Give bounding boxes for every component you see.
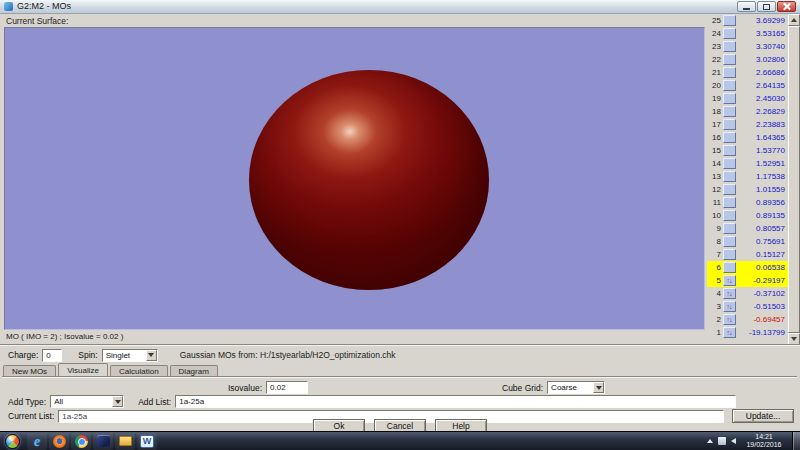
clock[interactable]: 14:21 19/02/2016	[741, 433, 787, 449]
mo-number: 12	[708, 185, 721, 194]
add-type-select[interactable]: All	[50, 395, 124, 408]
mo-row: 6 0.06538	[707, 261, 788, 274]
mo-number: 1	[708, 328, 721, 337]
mo-number: 18	[708, 107, 721, 116]
scroll-down-button[interactable]	[788, 333, 800, 345]
mo-checkbox[interactable]	[723, 15, 736, 26]
cube-grid-select[interactable]: Coarse	[547, 381, 605, 394]
screen: G2:M2 - MOs Current Surface: MO ( IMO = …	[0, 0, 800, 450]
mo-checkbox[interactable]	[723, 145, 736, 156]
mo-number: 20	[708, 81, 721, 90]
mo-energy: 2.64135	[738, 81, 788, 90]
add-type-dropdown-button[interactable]	[112, 396, 123, 407]
mo-checkbox[interactable]	[723, 171, 736, 182]
isovalue-input[interactable]	[266, 381, 308, 394]
mo-checkbox[interactable]	[723, 80, 736, 91]
show-desktop-button[interactable]	[792, 432, 800, 450]
mo-row: 5 ↑↓ -0.29197	[707, 274, 788, 287]
mo-viewport[interactable]	[4, 27, 705, 330]
spin-select[interactable]: Singlet	[102, 349, 158, 362]
mo-checkbox[interactable]	[723, 236, 736, 247]
add-list-input[interactable]	[175, 395, 736, 408]
minimize-button[interactable]	[737, 1, 756, 12]
mo-checkbox[interactable]	[723, 106, 736, 117]
mo-checkbox[interactable]	[723, 67, 736, 78]
mo-checkbox[interactable]: ↑↓	[723, 275, 736, 286]
chrome-icon[interactable]	[71, 433, 91, 450]
volume-icon[interactable]	[731, 438, 736, 444]
mo-checkbox[interactable]	[723, 223, 736, 234]
mo-energy: 1.52951	[738, 159, 788, 168]
mo-energy: 0.80557	[738, 224, 788, 233]
mo-row: 9 0.80557	[707, 222, 788, 235]
mo-checkbox[interactable]	[723, 249, 736, 260]
chrome-icon-glyph	[75, 435, 88, 448]
word-icon[interactable]: W	[137, 433, 157, 450]
mo-row: 12 1.01559	[707, 183, 788, 196]
add-row: Add Type: All Add List:	[8, 395, 736, 408]
mo-number: 5	[708, 276, 721, 285]
mo-energy: 2.23883	[738, 120, 788, 129]
gaussian-source-label: Gaussian MOs from: H:/1styearlab/H2O_opt…	[180, 350, 396, 360]
mo-row: 17 2.23883	[707, 118, 788, 131]
cube-grid-dropdown-button[interactable]	[593, 382, 604, 393]
mo-energy: -0.51503	[738, 302, 788, 311]
mo-scrollbar[interactable]	[788, 14, 800, 345]
controls-panel: Charge: Spin: Singlet Gaussian MOs from:…	[0, 345, 800, 431]
chevron-down-icon	[596, 386, 602, 390]
scroll-thumb[interactable]	[788, 26, 800, 333]
ie-icon[interactable]: e	[27, 433, 47, 450]
taskbar-icons: eW	[26, 432, 158, 450]
mo-row: 4 ↑↓ -0.37102	[707, 287, 788, 300]
firefox-icon[interactable]	[49, 433, 69, 450]
mo-checkbox[interactable]	[723, 262, 736, 273]
mo-checkbox[interactable]	[723, 41, 736, 52]
charge-input[interactable]	[42, 349, 62, 362]
mo-checkbox[interactable]: ↑↓	[723, 288, 736, 299]
add-type-label: Add Type:	[8, 397, 46, 407]
mo-row: 22 3.02806	[707, 53, 788, 66]
app-icon	[4, 2, 13, 11]
mo-energy: 2.26829	[738, 107, 788, 116]
explorer-icon[interactable]	[115, 433, 135, 450]
mo-checkbox[interactable]: ↑↓	[723, 314, 736, 325]
mo-checkbox[interactable]	[723, 184, 736, 195]
close-button[interactable]	[777, 1, 796, 12]
mo-checkbox[interactable]	[723, 210, 736, 221]
mo-checkbox[interactable]	[723, 132, 736, 143]
tray-expand-icon[interactable]	[707, 439, 713, 443]
word-icon-glyph: W	[140, 435, 154, 448]
mo-checkbox[interactable]	[723, 197, 736, 208]
spin-label: Spin:	[78, 350, 97, 360]
clock-time: 14:21	[741, 433, 787, 441]
mo-checkbox[interactable]: ↑↓	[723, 301, 736, 312]
spin-value: Singlet	[103, 351, 146, 360]
mo-checkbox[interactable]	[723, 119, 736, 130]
mo-energy: -0.29197	[738, 276, 788, 285]
cube-grid-value: Coarse	[548, 383, 593, 392]
tab-visualize[interactable]: Visualize	[58, 363, 108, 378]
mo-checkbox[interactable]	[723, 54, 736, 65]
mo-energy: 1.53770	[738, 146, 788, 155]
mo-number: 9	[708, 224, 721, 233]
spin-dropdown-button[interactable]	[146, 350, 157, 361]
mo-energy: 3.53165	[738, 29, 788, 38]
minimize-icon	[743, 8, 750, 10]
mo-checkbox[interactable]	[723, 93, 736, 104]
mo-energy: 1.17538	[738, 172, 788, 181]
mo-checkbox[interactable]: ↑↓	[723, 327, 736, 338]
mo-row: 3 ↑↓ -0.51503	[707, 300, 788, 313]
mo-checkbox[interactable]	[723, 158, 736, 169]
maximize-button[interactable]	[757, 1, 776, 12]
mo-checkbox[interactable]	[723, 28, 736, 39]
scroll-up-button[interactable]	[788, 14, 800, 26]
mo-row: 10 0.89135	[707, 209, 788, 222]
mo-row: 24 3.53165	[707, 27, 788, 40]
network-icon[interactable]	[718, 437, 726, 445]
wmp-icon[interactable]	[93, 433, 113, 450]
chevron-down-icon	[148, 353, 154, 357]
mo-energy: 2.45030	[738, 94, 788, 103]
mo-energy: 2.66686	[738, 68, 788, 77]
start-button[interactable]	[5, 434, 20, 449]
mo-row: 11 0.89356	[707, 196, 788, 209]
